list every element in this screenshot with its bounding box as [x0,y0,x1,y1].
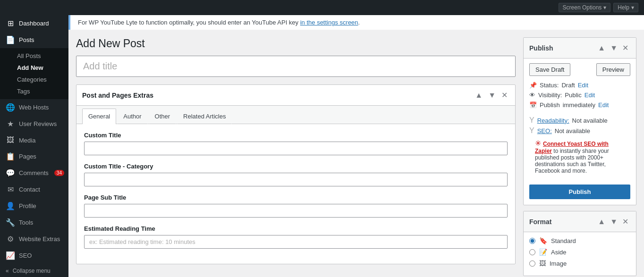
page-sub-title-input[interactable] [84,204,508,218]
media-icon: 🖼 [6,136,15,144]
sidebar-item-comments[interactable]: 💬 Comments 34 [0,165,68,181]
publish-box-header: Publish ▲ ▼ ✕ [524,38,636,59]
post-title-input[interactable] [76,56,516,77]
screen-options-button[interactable]: Screen Options ▾ [559,3,611,12]
sidebar-item-label: Comments [19,169,49,176]
yoast-seo-icon: Y [529,126,534,135]
sidebar-item-tags[interactable]: Tags [0,85,68,97]
aside-format-icon: 📝 [539,248,547,256]
right-sidebar: Publish ▲ ▼ ✕ Save Draft Preview [523,37,636,276]
estimated-reading-time-input[interactable] [84,235,508,249]
format-radio-aside[interactable] [529,249,535,255]
page-title: Add New Post [76,37,516,50]
sidebar-item-media[interactable]: 🖼 Media [0,132,68,148]
publish-status: 📌 Status: Draft Edit [529,82,630,89]
sidebar-item-pages[interactable]: 📋 Pages [0,148,68,165]
publish-box-body: Save Draft Preview 📌 Status: Draft Edit … [524,59,636,116]
publish-actions: Save Draft Preview [529,63,630,76]
format-option-standard[interactable]: 🔖 Standard [529,237,630,244]
publish-box-close-button[interactable]: ✕ [620,42,630,53]
format-radio-image[interactable] [529,260,535,267]
content-area: Add New Post Post and Pages Extras ▲ ▼ ✕… [68,30,644,277]
collapse-menu-button[interactable]: « Collapse menu [0,264,68,277]
main-content: For WP YouTube Lyte to function optimall… [68,15,644,277]
tab-general[interactable]: General [82,109,116,124]
format-box-title: Format [529,218,551,226]
top-bar-right: Screen Options ▾ Help ▾ [559,3,638,12]
metabox-title: Post and Pages Extras [82,92,153,99]
help-label: Help [618,4,629,11]
readability-value: Not available [572,117,608,124]
save-draft-button[interactable]: Save Draft [529,63,570,76]
sidebar-item-web-hosts[interactable]: 🌐 Web Hosts [0,99,68,116]
format-box-body: 🔖 Standard 📝 Aside 🖼 Image [524,232,636,276]
publish-time-edit-link[interactable]: Edit [598,101,609,109]
help-button[interactable]: Help ▾ [613,3,638,12]
publish-visibility: 👁 Visibility: Public Edit [529,92,630,99]
format-box: Format ▲ ▼ ✕ 🔖 Standard [523,211,636,276]
tab-related-articles[interactable]: Related Articles [177,109,232,124]
sidebar-item-posts[interactable]: 📄 Posts [0,32,68,48]
sidebar-item-label: Dashboard [19,20,49,27]
sidebar-item-dashboard[interactable]: ⊞ Dashboard [0,15,68,32]
custom-title-input[interactable] [84,142,508,155]
comments-badge: 34 [54,170,64,176]
status-label: Status: [540,82,559,89]
format-box-close-button[interactable]: ✕ [620,216,630,227]
sidebar-item-label: Tools [19,219,33,226]
publish-time-icon: 📅 [529,101,537,109]
seo-link[interactable]: SEO: [537,127,552,134]
publish-box-down-button[interactable]: ▼ [608,42,619,53]
sidebar-item-seo[interactable]: 📈 SEO [0,247,68,264]
metabox-header[interactable]: Post and Pages Extras ▲ ▼ ✕ [76,85,515,106]
comments-icon: 💬 [6,168,15,177]
format-box-down-button[interactable]: ▼ [608,216,619,227]
sidebar-item-tools[interactable]: 🔧 Tools [0,214,68,231]
website-extras-icon: ⚙ [6,235,15,243]
status-edit-link[interactable]: Edit [578,82,588,89]
visibility-edit-link[interactable]: Edit [585,92,595,99]
sidebar-item-add-new[interactable]: Add New [0,62,68,74]
metabox-down-button[interactable]: ▼ [486,90,498,101]
sidebar-item-profile[interactable]: 👤 Profile [0,198,68,214]
sidebar-item-label: Posts [19,36,34,43]
publish-box-up-button[interactable]: ▲ [596,42,607,53]
tab-other[interactable]: Other [149,109,177,124]
metabox-close-button[interactable]: ✕ [500,90,509,101]
page-sub-title-label: Page Sub Title [84,194,508,201]
notice-link[interactable]: in the settings screen [300,19,358,26]
custom-title-label: Custom Title [84,132,508,139]
zapier-star-icon: ✳ [535,139,541,147]
custom-title-category-label: Custom Title - Category [84,163,508,170]
user-reviews-icon: ★ [6,119,15,128]
yoast-zapier-promo: ✳Connect Yoast SEO with Zapier to instan… [529,139,630,174]
sidebar-item-all-posts[interactable]: All Posts [0,50,68,62]
collapse-arrow-icon: « [6,268,9,274]
pages-icon: 📋 [6,152,15,161]
publish-button[interactable]: Publish [529,185,630,199]
sidebar-item-categories[interactable]: Categories [0,74,68,85]
admin-top-bar: Screen Options ▾ Help ▾ [0,0,644,15]
readability-link[interactable]: Readability: [537,117,569,124]
status-icon: 📌 [529,82,537,89]
format-option-image[interactable]: 🖼 Image [529,260,630,267]
sidebar-item-contact[interactable]: ✉ Contact [0,181,68,198]
image-format-icon: 🖼 [539,260,546,267]
custom-title-category-input[interactable] [84,173,508,186]
web-hosts-icon: 🌐 [6,103,15,112]
tab-author[interactable]: Author [117,109,147,124]
sidebar-item-user-reviews[interactable]: ★ User Reviews [0,116,68,132]
format-option-aside[interactable]: 📝 Aside [529,248,630,256]
dashboard-icon: ⊞ [6,19,15,28]
image-format-label: Image [550,260,567,267]
contact-icon: ✉ [6,185,15,194]
format-box-up-button[interactable]: ▲ [596,216,607,227]
metabox-up-button[interactable]: ▲ [473,90,484,101]
preview-button[interactable]: Preview [596,63,630,76]
sidebar-item-website-extras[interactable]: ⚙ Website Extras [0,231,68,247]
format-radio-standard[interactable] [529,238,535,244]
posts-icon: 📄 [6,35,15,44]
yoast-seo: Y SEO: Not available [529,126,630,135]
status-value: Draft [561,82,575,89]
sidebar-item-label: Media [19,137,35,144]
